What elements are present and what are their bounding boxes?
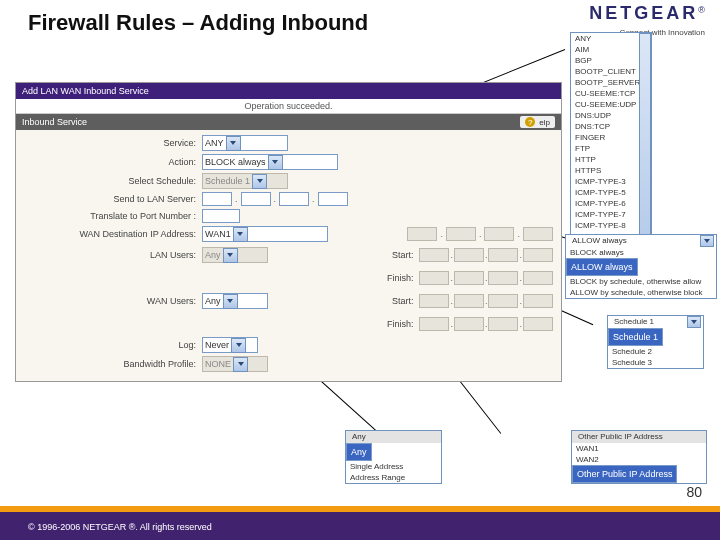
list-option[interactable]: CU-SEEME:TCP: [571, 88, 639, 99]
list-option[interactable]: ICMP-TYPE-6: [571, 198, 639, 209]
label-log: Log:: [16, 340, 202, 350]
list-option[interactable]: ICMP-TYPE-8: [571, 220, 639, 231]
list-option[interactable]: FINGER: [571, 132, 639, 143]
list-option[interactable]: Schedule 1: [608, 328, 663, 346]
schedule-select[interactable]: Schedule 1: [202, 173, 288, 189]
chevron-down-icon: [700, 235, 714, 247]
label-wan-finish: Finish:: [363, 319, 419, 329]
list-option[interactable]: ICMP-TYPE-5: [571, 187, 639, 198]
label-wan-dest: WAN Destination IP Address:: [16, 229, 202, 239]
label-wan-users: WAN Users:: [16, 296, 202, 306]
bandwidth-select[interactable]: NONE: [202, 356, 268, 372]
log-select[interactable]: Never: [202, 337, 258, 353]
callout-header: Schedule 1: [610, 316, 687, 328]
lan-users-select[interactable]: Any: [202, 247, 268, 263]
chevron-down-icon: [223, 294, 238, 309]
chevron-down-icon: [268, 155, 283, 170]
list-option[interactable]: Any: [346, 443, 372, 461]
chevron-down-icon: [226, 136, 241, 151]
callout-header: Any: [348, 431, 439, 443]
chevron-down-icon: [687, 316, 701, 328]
chevron-down-icon: [233, 227, 248, 242]
service-select[interactable]: ANY: [202, 135, 288, 151]
list-option[interactable]: HTTP: [571, 154, 639, 165]
chevron-down-icon: [231, 338, 246, 353]
callout-header: ALLOW always: [568, 235, 700, 247]
list-option[interactable]: DNS:TCP: [571, 121, 639, 132]
list-option[interactable]: ICMP-TYPE-3: [571, 176, 639, 187]
list-option[interactable]: BLOCK always: [566, 247, 716, 258]
list-option[interactable]: HTTPS: [571, 165, 639, 176]
list-option[interactable]: ANY: [571, 33, 639, 44]
callout-action-list[interactable]: ALLOW always BLOCK alwaysALLOW alwaysBLO…: [565, 234, 717, 299]
list-option[interactable]: Single Address: [346, 461, 441, 472]
send-to-ip[interactable]: ...: [202, 192, 348, 206]
list-option[interactable]: Schedule 2: [608, 346, 703, 357]
label-service: Service:: [16, 138, 202, 148]
label-translate: Translate to Port Number :: [16, 211, 202, 221]
config-panel: Add LAN WAN Inbound Service Operation su…: [15, 82, 562, 382]
label-lan-finish: Finish:: [363, 273, 419, 283]
status-message: Operation succeeded.: [16, 99, 561, 114]
list-option[interactable]: BLOCK by schedule, otherwise allow: [566, 276, 716, 287]
list-option[interactable]: WAN1: [572, 443, 706, 454]
list-option[interactable]: ICMP-TYPE-7: [571, 209, 639, 220]
section-title: Inbound Service: [22, 117, 87, 127]
callout-schedule-list[interactable]: Schedule 1 Schedule 1Schedule 2Schedule …: [607, 315, 704, 369]
chevron-down-icon: [223, 248, 238, 263]
callout-wanusers-list[interactable]: Any AnySingle AddressAddress Range: [345, 430, 442, 484]
list-option[interactable]: CU-SEEME:UDP: [571, 99, 639, 110]
chevron-down-icon: [233, 357, 248, 372]
callout-pubip-list[interactable]: Other Public IP Address WAN1WAN2Other Pu…: [571, 430, 707, 484]
slide-title: Firewall Rules – Adding Inbound: [28, 10, 368, 36]
label-wan-start: Start:: [363, 296, 419, 306]
callout-header: Other Public IP Address: [574, 431, 704, 443]
wan-users-select[interactable]: Any: [202, 293, 268, 309]
help-icon: ?: [525, 117, 535, 127]
page-number: 80: [686, 484, 702, 500]
list-option[interactable]: WAN2: [572, 454, 706, 465]
list-option[interactable]: Other Public IP Address: [572, 465, 677, 483]
label-bandwidth: Bandwidth Profile:: [16, 359, 202, 369]
section-header: Inbound Service ? elp: [16, 114, 561, 130]
help-link[interactable]: ? elp: [520, 116, 555, 128]
label-send-to: Send to LAN Server:: [16, 194, 202, 204]
action-select[interactable]: BLOCK always: [202, 154, 338, 170]
label-action: Action:: [16, 157, 202, 167]
list-option[interactable]: BOOTP_CLIENT: [571, 66, 639, 77]
wan-dest-ip: ...: [407, 227, 561, 241]
list-option[interactable]: BOOTP_SERVER: [571, 77, 639, 88]
list-option[interactable]: DNS:UDP: [571, 110, 639, 121]
wan-dest-select[interactable]: WAN1: [202, 226, 328, 242]
list-option[interactable]: BGP: [571, 55, 639, 66]
label-lan-users: LAN Users:: [16, 250, 202, 260]
chevron-down-icon: [252, 174, 267, 189]
list-option[interactable]: ALLOW always: [566, 258, 638, 276]
form-body: Service: ANY Action: BLOCK always Select…: [16, 130, 561, 381]
label-schedule: Select Schedule:: [16, 176, 202, 186]
list-option[interactable]: FTP: [571, 143, 639, 154]
copyright: © 1996-2006 NETGEAR ®. All rights reserv…: [28, 522, 212, 532]
list-option[interactable]: Schedule 3: [608, 357, 703, 368]
list-option[interactable]: ALLOW by schedule, otherwise block: [566, 287, 716, 298]
panel-header: Add LAN WAN Inbound Service: [16, 83, 561, 99]
list-option[interactable]: AIM: [571, 44, 639, 55]
list-option[interactable]: Address Range: [346, 472, 441, 483]
label-lan-start: Start:: [363, 250, 419, 260]
brand-name: NETGEAR: [589, 3, 698, 23]
translate-port[interactable]: [202, 209, 240, 223]
